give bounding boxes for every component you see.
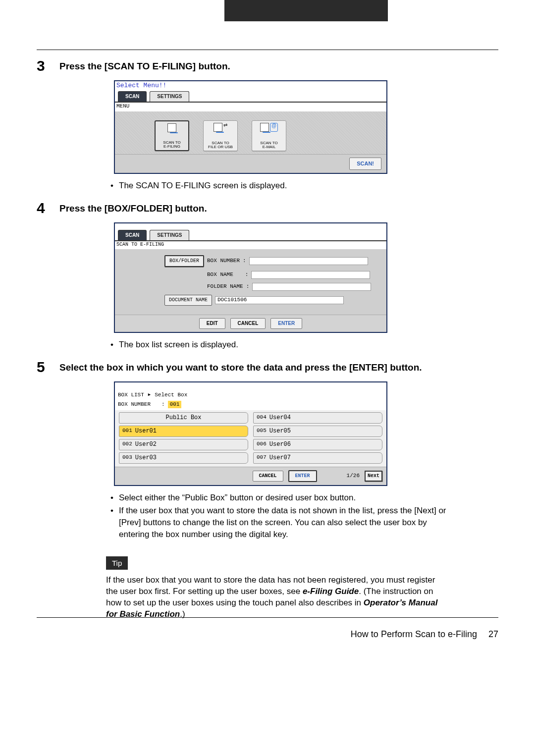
tab-scan[interactable]: SCAN [118,91,147,102]
scan-to-efiling-button[interactable]: SCAN TO E-FILING [155,120,189,151]
screen3-footer: CANCEL ENTER 1/26 Next [115,467,386,485]
breadcrumb-current: Select Box [155,391,187,399]
breadcrumb-root: BOX LIST [118,391,144,399]
step-3: 3 Press the [SCAN TO E-FILING] button. [37,58,448,73]
box-number-field[interactable] [249,257,368,265]
screen2-body: BOX/FOLDER BOX NUMBER : BOX NAME : FOLDE… [115,249,386,315]
colon: : [245,271,249,278]
step5-bullets: • Select either the “Public Box” button … [109,492,448,540]
step3-bullets: • The SCAN TO E-FILING screen is display… [109,180,448,192]
bullet-icon: • [109,339,115,351]
header-black-bar [224,0,388,21]
list-item-label: User05 [269,427,291,435]
list-item-index: 004 [257,414,267,422]
list-item-label: User06 [269,440,291,449]
screen2-tabbar: SCAN SETTINGS [115,230,386,241]
arrows-icon: ⇄ [223,123,227,132]
bullet-icon: • [109,180,115,192]
tip-em-1: e-Filing Guide [303,587,359,596]
breadcrumb: BOX LIST ▶ Select Box [118,391,383,399]
bottom-rule [37,617,498,618]
screen1-tabbar: SCAN SETTINGS [115,92,386,103]
step3-bullet-1: The SCAN TO E-FILING screen is displayed… [119,180,448,192]
doc-icon [167,123,176,132]
tab-settings[interactable]: SETTINGS [150,91,189,102]
list-item-index: 007 [257,454,267,462]
list-item[interactable]: 005User05 [253,426,382,437]
step-4-number: 4 [37,201,59,216]
screen1-title: Select Menu!! [115,81,386,92]
step-5-title: Select the box in which you want to stor… [59,360,422,375]
scan-to-email-button[interactable]: @ SCAN TO E-MAIL [252,120,286,151]
folder-name-field[interactable] [252,283,371,291]
step-5: 5 Select the box in which you want to st… [37,360,448,375]
list-item-index: 005 [257,427,267,435]
colon: : [246,283,250,290]
cancel-button[interactable]: CANCEL [230,318,266,329]
document-name-button[interactable]: DOCUMENT NAME [164,295,212,306]
screen2-footer: EDIT CANCEL ENTER [115,315,386,332]
list-item-index: 006 [257,440,267,449]
cancel-button[interactable]: CANCEL [253,471,283,482]
enter-button[interactable]: ENTER [270,318,302,329]
list-item[interactable]: Public Box [119,412,248,424]
list-item-label: User01 [135,427,157,435]
list-item-label: User02 [135,440,157,449]
step5-bullet-2: If the user box that you want to store t… [119,505,448,540]
screen-scan-to-efiling: SCAN SETTINGS SCAN TO E-FILING BOX/FOLDE… [114,222,387,333]
step4-bullets: • The box list screen is displayed. [109,339,448,351]
edit-button[interactable]: EDIT [199,318,225,329]
screen-scan-menu: Select Menu!! SCAN SETTINGS MENU SCAN TO… [114,80,387,174]
screen1-menu-label: MENU [115,103,386,111]
list-item-index: 001 [122,427,132,435]
screen1-body: SCAN TO E-FILING ⇄ SCAN TO FILE OR USB @… [115,111,386,154]
list-item[interactable]: 007User07 [253,452,382,464]
screen1-footer: SCAN! [115,154,386,173]
box-number-label: BOX NUMBER [207,257,240,265]
list-item[interactable]: 004User04 [253,412,382,424]
at-icon: @ [270,123,278,132]
scan-to-file-l2: FILE OR USB [208,145,233,149]
step5-bullet-1: Select either the “Public Box” button or… [119,492,448,504]
list-item-label: User04 [269,414,291,422]
list-item[interactable]: 003User03 [119,452,248,464]
next-button[interactable]: Next [365,471,382,482]
list-item-index: 003 [122,454,132,462]
page-content: 3 Press the [SCAN TO E-FILING] button. S… [37,58,448,620]
page-footer: How to Perform Scan to e-Filing 27 [37,628,498,641]
box-number-value: 001 [168,401,182,408]
list-item-label: Public Box [165,414,201,422]
step-4-title: Press the [BOX/FOLDER] button. [59,201,207,216]
scan-to-file-usb-button[interactable]: ⇄ SCAN TO FILE OR USB [203,120,238,151]
tip-text: If the user box that you want to store t… [106,575,448,620]
step-3-number: 3 [37,58,59,73]
bullet-icon: • [109,505,115,540]
enter-button[interactable]: ENTER [288,470,317,482]
scan-to-email-l2: E-MAIL [263,145,276,149]
footer-page-number: 27 [488,629,498,639]
list-item[interactable]: 002User02 [119,439,248,450]
footer-text: How to Perform Scan to e-Filing [351,629,477,639]
screen2-subtitle: SCAN TO E-FILING [115,241,386,249]
list-item[interactable]: 006User06 [253,439,382,450]
document-name-field[interactable]: DOC101506 [215,296,344,304]
page-indicator: 1/26 [347,472,360,480]
step-3-title: Press the [SCAN TO E-FILING] button. [59,58,230,73]
colon: : [243,257,246,265]
list-item[interactable]: 001User01 [119,426,248,437]
list-item-label: User07 [269,454,291,462]
box-list: Public Box001User01002User02003User03 00… [115,410,386,466]
box-name-label: BOX NAME [207,271,233,278]
tab-settings[interactable]: SETTINGS [150,230,189,240]
tip-badge: Tip [106,556,128,570]
list-item-index: 002 [122,440,132,449]
box-name-field[interactable] [251,271,370,279]
scan-to-efiling-l2: E-FILING [163,145,180,149]
top-rule [37,50,498,50]
tab-scan[interactable]: SCAN [118,230,147,240]
box-folder-button[interactable]: BOX/FOLDER [164,255,204,267]
doc-icon [260,123,269,132]
step-5-number: 5 [37,360,59,375]
scan-action-button[interactable]: SCAN! [349,158,381,170]
doc-icon [214,123,222,132]
